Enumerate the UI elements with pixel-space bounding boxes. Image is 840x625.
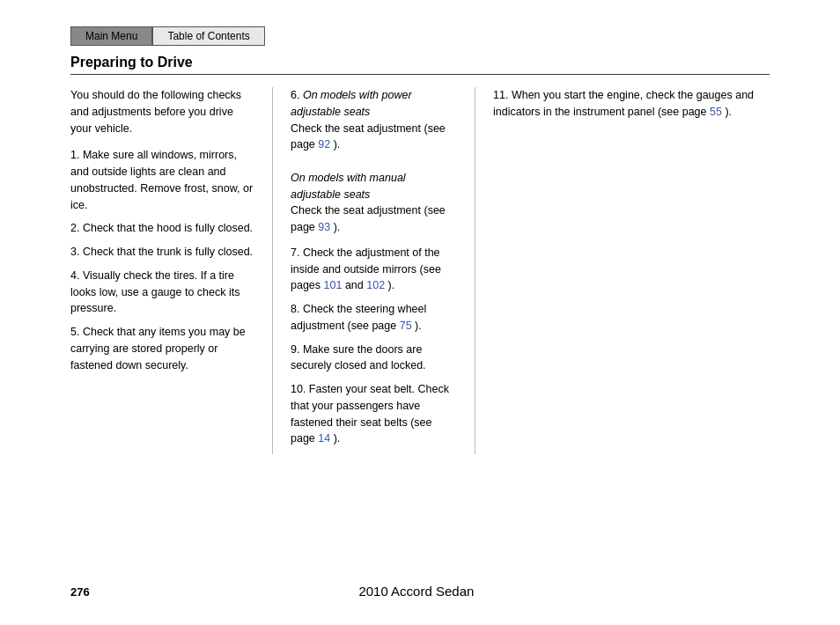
toc-button[interactable]: Table of Contents	[152, 26, 264, 46]
item-number: 8.	[291, 303, 303, 315]
page-number: 276	[70, 585, 90, 599]
page-link-75[interactable]: 75	[400, 320, 412, 332]
item-number: 2.	[70, 222, 79, 234]
page-link-101[interactable]: 101	[324, 279, 343, 291]
item-text: Check the seat adjustment (see page	[291, 122, 446, 151]
list-item: 2. Check that the hood is fully closed.	[70, 220, 254, 237]
list-item: 11. When you start the engine, check the…	[493, 87, 770, 121]
page-link-55[interactable]: 55	[710, 106, 722, 118]
list-item: 8. Check the steering wheel adjustment (…	[291, 301, 457, 335]
left-column: You should do the following checks and a…	[70, 87, 273, 454]
list-item: 1. Make sure all windows, mirrors, and o…	[70, 147, 254, 213]
left-item-list: 1. Make sure all windows, mirrors, and o…	[70, 147, 254, 373]
item-italic-text2: On models with manual adjustable seats	[291, 172, 406, 201]
item-text: ).	[415, 320, 422, 332]
item-text: Check that any items you may be carrying…	[70, 326, 246, 371]
list-item: 3. Check that the trunk is fully closed.	[70, 244, 254, 261]
list-item: 6. On models with power adjustable seats…	[291, 87, 457, 236]
page-link-14[interactable]: 14	[318, 432, 330, 445]
item-text: ).	[334, 432, 341, 445]
item-text: Fasten your seat belt. Check that your p…	[291, 383, 449, 445]
footer: 276 2010 Accord Sedan	[70, 584, 770, 599]
item-text: Check the seat adjustment (see page	[291, 204, 446, 233]
main-menu-button[interactable]: Main Menu	[70, 26, 152, 46]
car-model: 2010 Accord Sedan	[90, 584, 743, 599]
page-title-section: Preparing to Drive	[70, 55, 770, 75]
item-number: 9.	[291, 343, 303, 356]
item-number: 4.	[70, 269, 79, 282]
item-number: 10.	[291, 383, 309, 395]
item-text: Check that the trunk is fully closed.	[83, 246, 253, 258]
right-column: 11. When you start the engine, check the…	[475, 87, 770, 454]
item-number: 1.	[70, 149, 79, 161]
page-link-93[interactable]: 93	[318, 221, 330, 233]
item-number: 5.	[70, 326, 79, 338]
nav-bar: Main Menu Table of Contents	[70, 26, 770, 46]
list-item: 5. Check that any items you may be carry…	[70, 324, 254, 373]
item-text: ).	[388, 279, 395, 291]
item-text: Check that the hood is fully closed.	[83, 222, 253, 234]
mid-item-list: 6. On models with power adjustable seats…	[291, 87, 457, 447]
item-number: 3.	[70, 246, 79, 258]
item-text: Visually check the tires. If a tire look…	[70, 269, 239, 315]
page-link-102[interactable]: 102	[366, 279, 385, 291]
list-item: 10. Fasten your seat belt. Check that yo…	[291, 381, 457, 447]
item-text-mid: and	[345, 279, 366, 291]
page-wrapper: Main Menu Table of Contents Preparing to…	[0, 0, 840, 625]
mid-column: 6. On models with power adjustable seats…	[273, 87, 475, 454]
item-italic-text: On models with power adjustable seats	[291, 89, 412, 118]
item-text: Make sure all windows, mirrors, and outs…	[70, 149, 253, 210]
item-text: ).	[725, 106, 732, 118]
item-number: 11.	[493, 89, 508, 101]
list-item: 7. Check the adjustment of the inside an…	[291, 245, 457, 294]
item-text: Make sure the doors are securely closed …	[291, 343, 426, 372]
content-area: You should do the following checks and a…	[70, 87, 770, 454]
list-item: 4. Visually check the tires. If a tire l…	[70, 268, 254, 317]
page-link-92[interactable]: 92	[318, 138, 330, 151]
intro-text: You should do the following checks and a…	[70, 87, 254, 136]
item-text: ).	[334, 221, 341, 233]
page-title: Preparing to Drive	[70, 55, 193, 70]
right-item-list: 11. When you start the engine, check the…	[493, 87, 770, 121]
item-number: 6.	[291, 89, 303, 101]
item-text: ).	[334, 138, 341, 151]
list-item: 9. Make sure the doors are securely clos…	[291, 342, 457, 375]
item-number: 7.	[291, 246, 303, 259]
